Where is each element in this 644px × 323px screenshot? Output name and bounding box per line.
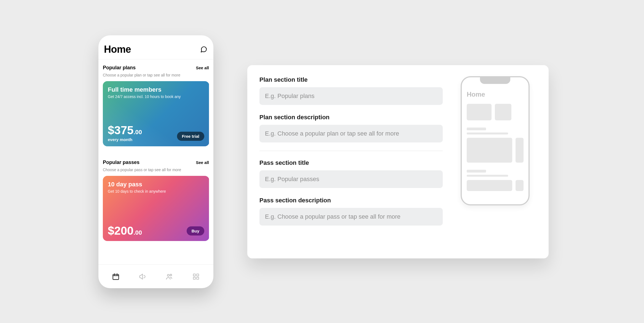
preview-phone: Home	[461, 76, 530, 205]
plan-desc-input[interactable]	[259, 125, 443, 142]
preview-column: Home	[454, 76, 536, 247]
svg-rect-4	[197, 274, 199, 276]
skeleton-line	[467, 175, 508, 177]
plan-card[interactable]: Full time members Get 24/7 access incl. …	[103, 81, 209, 146]
buy-button[interactable]: Buy	[187, 226, 204, 235]
tab-calendar[interactable]	[109, 270, 122, 283]
chat-icon	[200, 46, 207, 53]
plans-description: Choose a popular plan or tap see all for…	[103, 73, 209, 77]
form-column: Plan section title Plan section descript…	[259, 76, 443, 247]
pass-card-name: 10 day pass	[108, 181, 204, 188]
pass-desc-label: Pass section description	[259, 197, 443, 204]
phone-header: Home	[98, 35, 213, 59]
phone-mock: Home Popular plans See all Choose a popu…	[98, 35, 213, 288]
page-title: Home	[104, 44, 131, 55]
skeleton-box	[516, 180, 524, 191]
chat-button[interactable]	[200, 45, 208, 54]
plans-see-all-link[interactable]: See all	[196, 65, 209, 70]
svg-rect-3	[194, 274, 196, 276]
plan-price-cents: .00	[133, 129, 142, 136]
skeleton-box	[467, 104, 492, 120]
skeleton-box	[467, 180, 512, 191]
pass-price: $200	[108, 225, 133, 237]
preview-title: Home	[467, 91, 524, 98]
pass-desc-input[interactable]	[259, 208, 443, 226]
people-icon	[165, 273, 173, 280]
plan-price-period: every month	[108, 137, 142, 142]
skeleton-box	[516, 138, 524, 163]
megaphone-icon	[139, 273, 146, 280]
svg-rect-0	[113, 274, 119, 279]
phone-content: Popular plans See all Choose a popular p…	[98, 59, 213, 264]
passes-description: Choose a popular pass or tap see all for…	[103, 168, 209, 172]
svg-rect-6	[197, 277, 199, 279]
calendar-icon	[112, 273, 120, 280]
skeleton-box	[495, 104, 511, 120]
plan-card-name: Full time members	[108, 86, 204, 93]
pass-card[interactable]: 10 day pass Get 10 days to check in anyw…	[103, 176, 209, 241]
svg-point-2	[170, 274, 172, 276]
skeleton-line	[467, 128, 486, 130]
divider	[259, 151, 443, 151]
free-trial-button[interactable]: Free trial	[177, 132, 204, 141]
grid-icon	[192, 273, 200, 280]
plan-card-sub: Get 24/7 access incl. 10 hours to book a…	[108, 94, 204, 99]
pass-title-input[interactable]	[259, 170, 443, 188]
tabbar	[98, 264, 213, 288]
settings-panel: Plan section title Plan section descript…	[247, 65, 549, 258]
skeleton-box	[467, 138, 512, 163]
passes-see-all-link[interactable]: See all	[196, 160, 209, 165]
svg-point-1	[167, 274, 169, 276]
tab-announcements[interactable]	[136, 270, 149, 283]
passes-section: Popular passes See all Choose a popular …	[103, 146, 209, 241]
plan-price: $375	[108, 125, 133, 136]
preview-notch	[480, 77, 510, 84]
svg-rect-5	[194, 277, 196, 279]
tab-members[interactable]	[163, 270, 176, 283]
pass-price-cents: .00	[133, 229, 142, 236]
pass-card-sub: Get 10 days to check in anywhere	[108, 189, 204, 194]
skeleton-line	[467, 133, 508, 134]
plan-title-label: Plan section title	[259, 76, 443, 83]
tab-apps[interactable]	[189, 270, 203, 283]
plan-title-input[interactable]	[259, 87, 443, 105]
passes-heading: Popular passes	[103, 160, 139, 165]
pass-title-label: Pass section title	[259, 159, 443, 166]
skeleton-line	[467, 170, 486, 173]
plan-desc-label: Plan section description	[259, 114, 443, 121]
plans-heading: Popular plans	[103, 65, 136, 71]
plans-section: Popular plans See all Choose a popular p…	[103, 59, 209, 146]
